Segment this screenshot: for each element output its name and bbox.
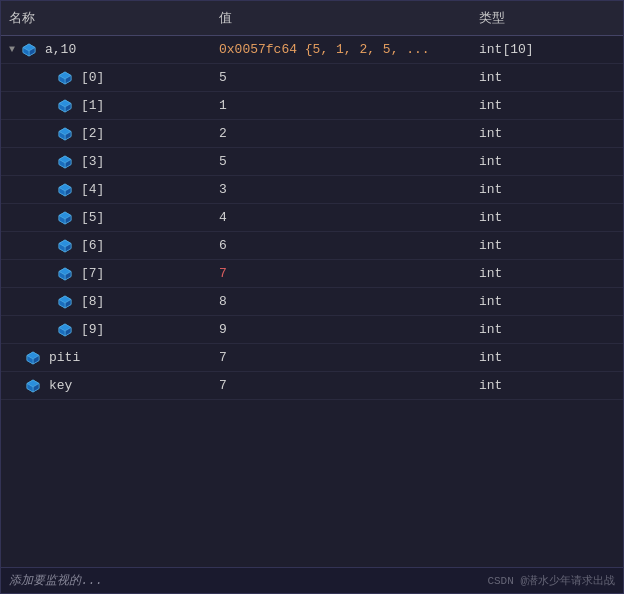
cell-value: 9 [211, 318, 471, 341]
row-name-text: [8] [81, 294, 104, 309]
cube-icon [57, 182, 73, 198]
cell-value: 7 [211, 346, 471, 369]
header-name: 名称 [1, 7, 211, 29]
cell-value: 3 [211, 178, 471, 201]
table-row[interactable]: [2]2int [1, 120, 623, 148]
table-row[interactable]: [5]4int [1, 204, 623, 232]
table-body[interactable]: ▼ a,100x0057fc64 {5, 1, 2, 5, ...int[10]… [1, 36, 623, 567]
cell-type: int [471, 206, 623, 229]
row-name-text: [5] [81, 210, 104, 225]
table-row[interactable]: [8]8int [1, 288, 623, 316]
cell-name: [4] [1, 178, 211, 202]
cell-name: [8] [1, 290, 211, 314]
cell-name: [3] [1, 150, 211, 174]
row-name-text: [0] [81, 70, 104, 85]
row-name-text: [1] [81, 98, 104, 113]
row-name-text: [4] [81, 182, 104, 197]
cell-value: 8 [211, 290, 471, 313]
footer: 添加要监视的... CSDN @潜水少年请求出战 [1, 567, 623, 593]
cube-icon [57, 294, 73, 310]
add-watch-label[interactable]: 添加要监视的... [9, 572, 103, 589]
cell-name: ▼ a,10 [1, 38, 211, 62]
cell-value: 6 [211, 234, 471, 257]
cube-icon [57, 266, 73, 282]
table-header: 名称 值 类型 [1, 1, 623, 36]
cell-type: int [471, 318, 623, 341]
cell-name: piti [1, 346, 211, 370]
cell-type: int [471, 94, 623, 117]
cell-type: int [471, 234, 623, 257]
cell-value: 5 [211, 150, 471, 173]
cube-icon [25, 378, 41, 394]
cell-type: int [471, 374, 623, 397]
table-row[interactable]: [4]3int [1, 176, 623, 204]
table-row[interactable]: [9]9int [1, 316, 623, 344]
header-value: 值 [211, 7, 471, 29]
cell-value: 7 [211, 262, 471, 285]
table-row[interactable]: [7]7int [1, 260, 623, 288]
row-name-text: [7] [81, 266, 104, 281]
row-name-text: a,10 [45, 42, 76, 57]
expand-arrow[interactable]: ▼ [9, 44, 15, 55]
cell-name: [5] [1, 206, 211, 230]
cube-icon [57, 70, 73, 86]
cube-icon [57, 154, 73, 170]
cube-icon [57, 210, 73, 226]
cell-name: [2] [1, 122, 211, 146]
cell-type: int [471, 262, 623, 285]
cube-icon [21, 42, 37, 58]
table-row[interactable]: piti7int [1, 344, 623, 372]
header-type: 类型 [471, 7, 623, 29]
table-row[interactable]: [0]5int [1, 64, 623, 92]
cell-value: 1 [211, 94, 471, 117]
cell-value: 5 [211, 66, 471, 89]
cell-type: int [471, 290, 623, 313]
row-name-text: [6] [81, 238, 104, 253]
watermark-text: CSDN @潜水少年请求出战 [487, 573, 615, 588]
cell-name: [9] [1, 318, 211, 342]
cube-icon [57, 126, 73, 142]
cell-name: [6] [1, 234, 211, 258]
cell-value: 2 [211, 122, 471, 145]
table-row[interactable]: [6]6int [1, 232, 623, 260]
cell-name: key [1, 374, 211, 398]
row-name-text: [3] [81, 154, 104, 169]
watch-window: 名称 值 类型 ▼ a,100x0057fc64 {5, 1, 2, 5, ..… [0, 0, 624, 594]
cube-icon [25, 350, 41, 366]
cell-type: int[10] [471, 38, 623, 61]
cell-value: 4 [211, 206, 471, 229]
cell-type: int [471, 150, 623, 173]
table-row[interactable]: key7int [1, 372, 623, 400]
cell-name: [1] [1, 94, 211, 118]
cube-icon [57, 322, 73, 338]
cell-value: 0x0057fc64 {5, 1, 2, 5, ... [211, 38, 471, 61]
cell-type: int [471, 178, 623, 201]
cell-name: [7] [1, 262, 211, 286]
row-name-text: [9] [81, 322, 104, 337]
cell-type: int [471, 346, 623, 369]
row-name-text: [2] [81, 126, 104, 141]
cube-icon [57, 238, 73, 254]
table-row[interactable]: [3]5int [1, 148, 623, 176]
row-name-text: key [49, 378, 72, 393]
cube-icon [57, 98, 73, 114]
cell-type: int [471, 122, 623, 145]
cell-name: [0] [1, 66, 211, 90]
cell-value: 7 [211, 374, 471, 397]
table-row[interactable]: ▼ a,100x0057fc64 {5, 1, 2, 5, ...int[10] [1, 36, 623, 64]
table-row[interactable]: [1]1int [1, 92, 623, 120]
cell-type: int [471, 66, 623, 89]
row-name-text: piti [49, 350, 80, 365]
